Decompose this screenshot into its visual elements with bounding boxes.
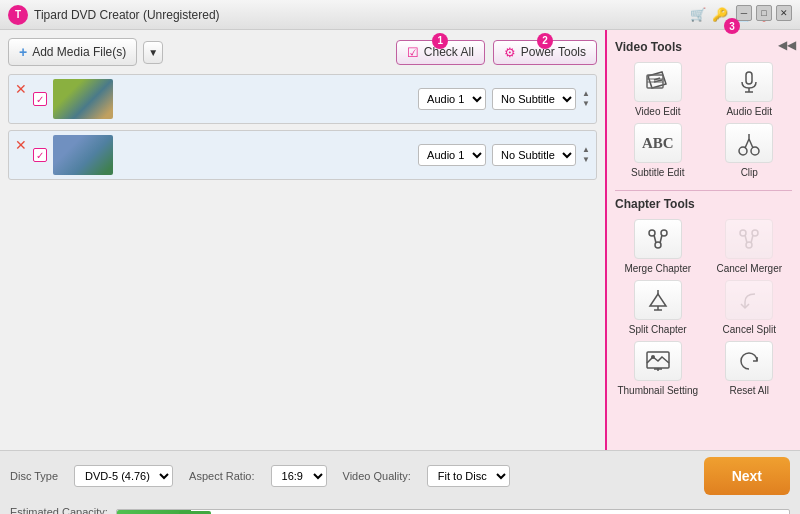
svg-line-16: [654, 235, 656, 243]
add-media-button[interactable]: + Add Media File(s): [8, 38, 137, 66]
media-list: ✕ ✓ Audio 1 No Subtitle ▲ ▼: [8, 74, 597, 442]
check-all-button[interactable]: 1 ☑ Check All: [396, 40, 485, 65]
thumbnail-setting-icon: [644, 347, 672, 375]
check-all-badge: 1: [432, 33, 448, 49]
titlebar: T Tipard DVD Creator (Unregistered) 🛒 🔑 …: [0, 0, 800, 30]
svg-line-17: [660, 235, 662, 243]
split-chapter-icon: [644, 286, 672, 314]
cancel-merger-tool[interactable]: Cancel Merger: [707, 219, 793, 274]
thumbnail-setting-icon-box: [634, 341, 682, 381]
audio-edit-tool[interactable]: Audio Edit: [707, 62, 793, 117]
media-thumbnail-2: [53, 135, 113, 175]
merge-chapter-label: Merge Chapter: [624, 263, 691, 274]
thumbnail-setting-tool[interactable]: Thumbnail Setting: [615, 341, 701, 396]
thumbnail-setting-label: Thumbnail Setting: [617, 385, 698, 396]
media-item-2-checkbox[interactable]: ✓: [33, 148, 47, 162]
check-all-label: Check All: [424, 45, 474, 59]
maximize-button[interactable]: □: [756, 5, 772, 21]
video-edit-label: Video Edit: [635, 106, 680, 117]
split-chapter-tool[interactable]: Split Chapter: [615, 280, 701, 335]
section-divider: [615, 190, 792, 191]
media-item-1-controls: Audio 1 No Subtitle ▲ ▼: [418, 88, 590, 110]
media-item-1-order[interactable]: ▲ ▼: [582, 89, 590, 108]
media-item-2-subtitle-select[interactable]: No Subtitle: [492, 144, 576, 166]
cart-icon[interactable]: 🛒: [690, 7, 706, 22]
media-item-1-checkbox[interactable]: ✓: [33, 92, 47, 106]
media-item-1-subtitle-select[interactable]: No Subtitle: [492, 88, 576, 110]
cancel-split-icon: [735, 286, 763, 314]
media-item-1-audio-select[interactable]: Audio 1: [418, 88, 486, 110]
cancel-split-label: Cancel Split: [723, 324, 776, 335]
toolbar: + Add Media File(s) ▼ 1 ☑ Check All 2 ⚙ …: [8, 38, 597, 66]
media-item: ✕ ✓ Audio 1 No Subtitle ▲ ▼: [8, 74, 597, 124]
add-media-dropdown-button[interactable]: ▼: [143, 41, 163, 64]
audio-edit-icon-box: [725, 62, 773, 102]
media-thumbnail-1: [53, 79, 113, 119]
audio-edit-label: Audio Edit: [726, 106, 772, 117]
power-tools-label: Power Tools: [521, 45, 586, 59]
svg-line-22: [751, 235, 753, 243]
minimize-button[interactable]: ─: [736, 5, 752, 21]
split-chapter-icon-box: [634, 280, 682, 320]
chapter-tools-grid: Merge Chapter Cancel Merger: [615, 219, 792, 396]
cancel-merger-icon: [735, 225, 763, 253]
video-quality-select[interactable]: Fit to Disc High Medium Low: [427, 465, 510, 487]
svg-rect-5: [746, 72, 752, 84]
reset-all-tool[interactable]: Reset All: [707, 341, 793, 396]
reset-all-icon-box: [725, 341, 773, 381]
power-tools-badge: 2: [537, 33, 553, 49]
reset-all-icon: [735, 347, 763, 375]
video-edit-tool[interactable]: Video Edit: [615, 62, 701, 117]
svg-line-21: [745, 235, 747, 243]
svg-line-10: [745, 139, 749, 148]
svg-point-8: [739, 147, 747, 155]
window-controls: ─ □ ✕: [736, 5, 792, 21]
clip-label: Clip: [741, 167, 758, 178]
bottom-options-row: Disc Type DVD-5 (4.76) DVD-9 (8.54) Aspe…: [10, 457, 790, 495]
subtitle-abc-text: ABC: [642, 135, 674, 152]
clip-tool[interactable]: Clip: [707, 123, 793, 178]
cancel-split-icon-box: [725, 280, 773, 320]
svg-marker-23: [650, 294, 666, 306]
media-item-2-controls: Audio 1 No Subtitle ▲ ▼: [418, 144, 590, 166]
capacity-progress-bar: [116, 509, 790, 514]
video-quality-label: Video Quality:: [343, 470, 411, 482]
collapse-panel-button[interactable]: ◀◀: [778, 38, 796, 52]
main-container: + Add Media File(s) ▼ 1 ☑ Check All 2 ⚙ …: [0, 30, 800, 450]
cancel-split-tool[interactable]: Cancel Split: [707, 280, 793, 335]
up-arrow-1: ▲: [582, 89, 590, 99]
merge-chapter-icon: [644, 225, 672, 253]
media-item: ✕ ✓ Audio 1 No Subtitle ▲ ▼: [8, 130, 597, 180]
close-button[interactable]: ✕: [776, 5, 792, 21]
bottom-bar: Disc Type DVD-5 (4.76) DVD-9 (8.54) Aspe…: [0, 450, 800, 514]
subtitle-edit-label: Subtitle Edit: [631, 167, 684, 178]
subtitle-edit-tool[interactable]: ABC Subtitle Edit: [615, 123, 701, 178]
power-tools-button[interactable]: 2 ⚙ Power Tools: [493, 40, 597, 65]
remove-item-2-button[interactable]: ✕: [15, 137, 27, 153]
app-title: Tipard DVD Creator (Unregistered): [34, 8, 690, 22]
capacity-row: Estimated Capacity: 1GB 1.5GB 2GB 2.5GB …: [10, 499, 790, 514]
media-item-2-order[interactable]: ▲ ▼: [582, 145, 590, 164]
power-icon: ⚙: [504, 45, 516, 60]
up-arrow-2: ▲: [582, 145, 590, 155]
svg-point-28: [651, 355, 655, 359]
subtitle-edit-icon-box: ABC: [634, 123, 682, 163]
video-tools-title: Video Tools: [615, 40, 792, 54]
media-item-2-audio-select[interactable]: Audio 1: [418, 144, 486, 166]
clip-icon-box: [725, 123, 773, 163]
aspect-ratio-label: Aspect Ratio:: [189, 470, 254, 482]
merge-chapter-tool[interactable]: Merge Chapter: [615, 219, 701, 274]
aspect-ratio-select[interactable]: 16:9 4:3: [271, 465, 327, 487]
next-button[interactable]: Next: [704, 457, 790, 495]
disc-type-label: Disc Type: [10, 470, 58, 482]
remove-item-1-button[interactable]: ✕: [15, 81, 27, 97]
svg-line-11: [749, 139, 753, 148]
video-edit-icon: [644, 68, 672, 96]
down-arrow-1: ▼: [582, 99, 590, 109]
video-tools-grid: Video Edit Audio Edit ABC: [615, 62, 792, 178]
disc-type-select[interactable]: DVD-5 (4.76) DVD-9 (8.54): [74, 465, 173, 487]
check-icon: ☑: [407, 45, 419, 60]
add-media-label: Add Media File(s): [32, 45, 126, 59]
app-logo: T: [8, 5, 28, 25]
svg-point-9: [751, 147, 759, 155]
